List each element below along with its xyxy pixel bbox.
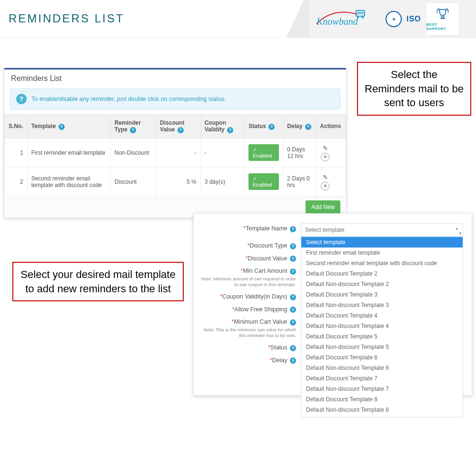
reminders-table: S.No. Template ? Reminder Type ? Discoun…	[4, 114, 346, 197]
knowband-logo: Knowband	[314, 10, 381, 29]
panel-title: Reminders List	[4, 69, 346, 87]
label-min-cart-amount: *Min Cart Amount ?Note: Minimum amount o…	[198, 266, 301, 288]
dropdown-option[interactable]: Select template	[301, 237, 463, 248]
cell-sno: 1	[5, 138, 28, 167]
dropdown-option[interactable]: Default Non-discount Template 5	[301, 342, 463, 352]
header-badges-band: Knowband ★ ISO BEST SUPPORT	[309, 0, 476, 38]
dropdown-option[interactable]: First reminder email template	[301, 248, 463, 258]
info-message: To enable/disable any reminder, just dou…	[31, 96, 226, 102]
help-icon[interactable]: ?	[268, 124, 275, 130]
delete-icon[interactable]: ✕	[321, 182, 329, 190]
label-minimum-cart-value: *Minimum Cart Value ?Note: This is the m…	[198, 317, 301, 338]
dropdown-option[interactable]: Second reminder email template with disc…	[301, 258, 463, 268]
label-discount-type: *Discount Type ?	[198, 240, 301, 249]
help-icon[interactable]: ?	[290, 226, 296, 232]
col-discount-value: Discount Value ?	[156, 115, 201, 139]
caret-down-icon: ▼	[458, 231, 462, 236]
dropdown-option[interactable]: Default Non-discount Template 6	[301, 363, 463, 373]
dropdown-option[interactable]: Default Discount Template 4	[301, 310, 463, 321]
cell-template: First reminder email template	[27, 138, 110, 167]
dropdown-option[interactable]: Default Non-discount Template 4	[301, 321, 463, 331]
cell-sno: 2	[5, 167, 28, 196]
dropdown-option[interactable]: Default Discount Template 9	[301, 415, 463, 417]
dropdown-option[interactable]: Default Discount Template 5	[301, 331, 463, 342]
template-select[interactable]: Select template	[301, 223, 463, 237]
col-status: Status ?	[245, 115, 283, 139]
page-header: REMINDERS LIST Knowband ★ ISO BEST SUPPO…	[0, 0, 476, 38]
cell-discount: 5 %	[156, 167, 201, 196]
info-box: ? To enable/disable any reminder, just d…	[10, 89, 340, 109]
cell-template: Second reminder email template with disc…	[27, 167, 110, 196]
help-icon[interactable]: ?	[290, 268, 296, 275]
best-support-badge: BEST SUPPORT	[426, 2, 459, 36]
cell-type: Non-Discount	[110, 138, 156, 167]
help-icon[interactable]: ?	[290, 294, 296, 300]
cell-status[interactable]: Enabled	[245, 138, 283, 167]
help-icon[interactable]: ?	[290, 243, 296, 249]
cell-delay: 0 Days 12 hrs	[283, 138, 316, 167]
label-discount-value: *Discount Value ?	[198, 253, 301, 262]
dropdown-option[interactable]: Default Discount Template 6	[301, 352, 463, 363]
cell-status[interactable]: Enabled	[245, 167, 283, 196]
callout-select-template: Select your desired mail template to add…	[12, 262, 184, 301]
iso-certified-icon: ★	[386, 11, 402, 27]
cell-actions: ✎ ✕	[316, 167, 346, 196]
svg-text:Knowband: Knowband	[316, 16, 358, 27]
help-icon[interactable]: ?	[59, 124, 65, 130]
cell-actions: ✎ ✕	[316, 138, 346, 167]
svg-rect-0	[356, 10, 365, 16]
help-icon[interactable]: ?	[290, 319, 296, 326]
reminder-form-panel: *Template Name ? Select template Select …	[193, 213, 472, 396]
dropdown-option[interactable]: Default Discount Template 8	[301, 394, 463, 405]
table-row: 2 Second reminder email template with di…	[5, 167, 346, 196]
header-divider	[281, 0, 309, 38]
label-coupon-validity: *Coupon Validity(in Days) ?	[198, 291, 301, 300]
dropdown-option[interactable]: Default Non-discount Template 8	[301, 405, 463, 415]
dropdown-option[interactable]: Default Discount Template 2	[301, 268, 463, 279]
help-icon[interactable]: ?	[130, 127, 136, 133]
cell-type: Discount	[110, 167, 156, 196]
help-icon[interactable]: ?	[290, 345, 296, 351]
table-row: 1 First reminder email template Non-Disc…	[5, 138, 346, 167]
page-title: REMINDERS LIST	[9, 12, 124, 25]
template-dropdown[interactable]: Select templateFirst reminder email temp…	[301, 237, 463, 417]
col-coupon-validity: Coupon Validity ?	[200, 115, 245, 139]
help-icon[interactable]: ?	[290, 256, 296, 262]
iso-label: ISO	[407, 15, 421, 23]
svg-point-4	[362, 17, 364, 19]
cell-validity: 3 day(s)	[200, 167, 245, 196]
label-status: *Status ?	[198, 342, 301, 351]
label-template-name: *Template Name ?	[198, 223, 301, 232]
edit-icon[interactable]: ✎	[321, 173, 329, 182]
col-actions: Actions	[316, 115, 346, 139]
col-sno: S.No.	[5, 115, 28, 139]
dropdown-option[interactable]: Default Non-discount Template 2	[301, 279, 463, 289]
help-icon[interactable]: ?	[305, 124, 311, 130]
dropdown-option[interactable]: Default Discount Template 7	[301, 373, 463, 384]
edit-icon[interactable]: ✎	[321, 144, 329, 153]
col-template: Template ?	[27, 115, 110, 139]
col-delay: Delay ?	[283, 115, 316, 139]
reminders-list-panel: Reminders List ? To enable/disable any r…	[4, 68, 347, 218]
dropdown-option[interactable]: Default Discount Template 3	[301, 289, 463, 300]
delete-icon[interactable]: ✕	[321, 153, 329, 161]
label-allow-free-shipping: *Allow Free Shipping ?	[198, 304, 301, 313]
add-new-button[interactable]: Add New	[306, 200, 340, 214]
col-reminder-type: Reminder Type ?	[110, 115, 156, 139]
help-icon: ?	[16, 94, 27, 104]
cell-validity: -	[200, 138, 245, 167]
trophy-icon	[436, 7, 450, 21]
help-icon[interactable]: ?	[178, 127, 184, 133]
label-delay: *Delay ?	[198, 355, 301, 364]
dropdown-option[interactable]: Default Non-discount Template 7	[301, 384, 463, 394]
help-icon[interactable]: ?	[290, 307, 296, 313]
cell-discount: -	[156, 138, 201, 167]
cell-delay: 2 Days 0 hrs	[283, 167, 316, 196]
help-icon[interactable]: ?	[290, 357, 296, 364]
help-icon[interactable]: ?	[227, 127, 233, 133]
dropdown-option[interactable]: Default Non-discount Template 3	[301, 300, 463, 310]
callout-select-reminders: Select the Reminders mail to be sent to …	[357, 62, 471, 116]
support-label: BEST SUPPORT	[426, 22, 459, 31]
